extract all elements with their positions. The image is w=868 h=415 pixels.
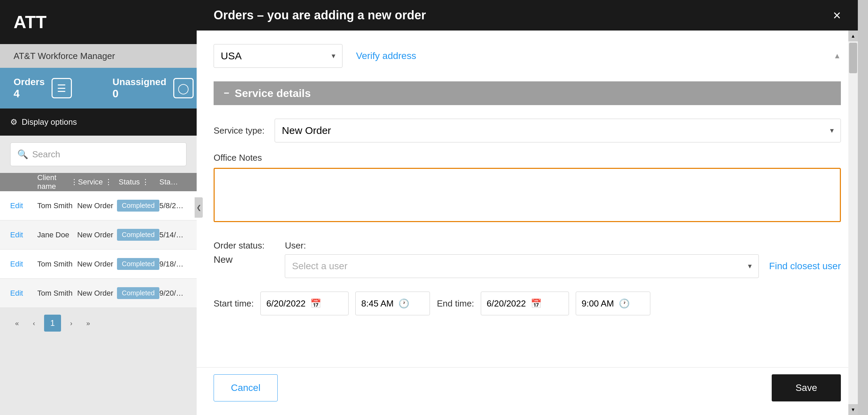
stats-bar: Orders 4 ☰ Unassigned 0 ◯ <box>0 68 197 108</box>
edit-link-1[interactable]: Edit <box>10 201 37 210</box>
last-page-button[interactable]: » <box>81 316 95 330</box>
end-time-value: 9:00 AM <box>581 298 614 309</box>
date-4: 9/20/… <box>159 289 186 298</box>
orders-label: Orders <box>14 77 45 87</box>
start-date-value: 6/20/2022 <box>266 298 305 309</box>
app-subtitle: AT&T Workforce Manager <box>0 44 197 68</box>
search-input[interactable]: 🔍 Search <box>10 142 186 166</box>
status-badge-1: Completed <box>117 200 159 212</box>
start-time-value: 8:45 AM <box>361 298 393 309</box>
start-time-clock-icon: 🕐 <box>398 298 409 309</box>
user-section: User: Select a user ▾ Find closest user <box>285 240 841 278</box>
col-status-sort-icon: ⋮ <box>142 178 149 186</box>
unassigned-value: 0 <box>113 87 166 100</box>
client-name-4: Tom Smith <box>37 289 77 298</box>
start-time-label: Start time: <box>214 298 254 309</box>
edit-link-2[interactable]: Edit <box>10 231 37 239</box>
user-select[interactable]: Select a user ▾ <box>285 254 759 278</box>
user-label: User: <box>285 240 841 251</box>
start-time-input[interactable]: 8:45 AM 🕐 <box>355 292 430 315</box>
app-header: ATT <box>0 0 197 44</box>
table-row: Edit Tom Smith New Order Completed 9/18/… <box>0 250 197 279</box>
next-page-button[interactable]: › <box>64 316 78 330</box>
client-name-2: Jane Doe <box>37 231 77 239</box>
modal-scrollbar[interactable]: ▲ ▼ <box>848 31 858 415</box>
end-time-input[interactable]: 9:00 AM 🕐 <box>576 292 650 315</box>
service-type-value: New Order <box>282 125 331 136</box>
service-3: New Order <box>77 260 117 269</box>
scroll-thumb[interactable] <box>849 43 857 73</box>
modal-body: USA ▾ Verify address ▲ − Service details… <box>197 31 858 367</box>
status-badge-2: Completed <box>117 229 159 241</box>
find-closest-user-link[interactable]: Find closest user <box>769 261 841 272</box>
unassigned-label: Unassigned <box>113 77 166 87</box>
table-row: Edit Jane Doe New Order Completed 5/14/… <box>0 220 197 250</box>
office-notes-label: Office Notes <box>214 153 841 163</box>
orders-value: 4 <box>14 87 45 100</box>
cancel-button[interactable]: Cancel <box>214 374 278 401</box>
end-date-calendar-icon: 📅 <box>531 298 541 309</box>
modal-footer: Cancel Save <box>197 367 858 415</box>
orders-stat: Orders 4 ☰ <box>14 77 72 100</box>
status-user-row: Order status: New User: Select a user ▾ … <box>214 240 841 278</box>
scroll-up-arrow[interactable]: ▲ <box>848 31 858 41</box>
country-value: USA <box>221 50 242 62</box>
edit-link-3[interactable]: Edit <box>10 260 37 269</box>
service-details-section-header: − Service details <box>214 81 841 105</box>
country-select[interactable]: USA ▾ <box>214 44 342 68</box>
start-date-input[interactable]: 6/20/2022 📅 <box>260 292 349 315</box>
display-options-label: Display options <box>22 117 77 127</box>
unassigned-stat: Unassigned 0 ◯ <box>113 77 194 100</box>
modal-close-button[interactable]: × <box>833 8 841 22</box>
service-2: New Order <box>77 231 117 239</box>
display-options-button[interactable]: ⚙ Display options <box>10 117 77 127</box>
scroll-down-arrow[interactable]: ▼ <box>848 404 858 415</box>
status-badge-3: Completed <box>117 258 159 270</box>
modal-dialog: Orders – you are adding a new order × US… <box>197 0 858 415</box>
end-date-value: 6/20/2022 <box>487 298 526 309</box>
office-notes-section: Office Notes <box>214 153 841 240</box>
modal-title: Orders – you are adding a new order <box>214 8 426 22</box>
app-background: ATT AT&T Workforce Manager Orders 4 ☰ Un… <box>0 0 197 415</box>
section-title-text: Service details <box>235 87 311 100</box>
table-row: Edit Tom Smith New Order Completed 5/8/2… <box>0 191 197 220</box>
gear-icon: ⚙ <box>10 117 18 127</box>
display-options-bar[interactable]: ⚙ Display options <box>0 108 197 136</box>
country-row: USA ▾ Verify address ▲ <box>214 44 841 68</box>
prev-page-button[interactable]: ‹ <box>27 316 41 330</box>
order-status-value: New <box>214 254 264 265</box>
search-placeholder: Search <box>32 149 60 160</box>
orders-icon: ☰ <box>52 78 72 98</box>
client-name-1: Tom Smith <box>37 201 77 210</box>
edit-link-4[interactable]: Edit <box>10 289 37 298</box>
time-row: Start time: 6/20/2022 📅 8:45 AM 🕐 End ti… <box>214 292 841 315</box>
section-collapse-icon[interactable]: − <box>224 88 229 99</box>
col-service-sort-icon: ⋮ <box>105 178 112 186</box>
user-chevron-icon: ▾ <box>748 262 752 271</box>
client-name-3: Tom Smith <box>37 260 77 269</box>
date-2: 5/14/… <box>159 231 186 239</box>
service-type-label: Service type: <box>214 125 264 136</box>
user-select-placeholder: Select a user <box>292 261 347 272</box>
end-date-input[interactable]: 6/20/2022 📅 <box>481 292 569 315</box>
service-1: New Order <box>77 201 117 210</box>
verify-address-link[interactable]: Verify address <box>356 51 416 61</box>
scroll-up-button[interactable]: ▲ <box>833 52 841 60</box>
col-status: Status ⋮ <box>119 178 159 186</box>
col-date: Sta… <box>159 178 186 186</box>
unassigned-icon: ◯ <box>173 78 194 98</box>
office-notes-input[interactable] <box>214 168 841 222</box>
end-time-label: End time: <box>437 298 474 309</box>
start-date-calendar-icon: 📅 <box>310 298 321 309</box>
date-3: 9/18/… <box>159 260 186 269</box>
order-status-section: Order status: New <box>214 240 264 265</box>
pagination: « ‹ 1 › » <box>0 308 197 338</box>
panel-collapse-button[interactable]: ❮ <box>195 197 203 218</box>
save-button[interactable]: Save <box>772 374 841 401</box>
service-type-chevron-icon: ▾ <box>830 126 834 135</box>
current-page[interactable]: 1 <box>44 315 61 332</box>
first-page-button[interactable]: « <box>10 316 24 330</box>
service-4: New Order <box>77 289 117 298</box>
col-client-sort-icon: ⋮ <box>71 178 78 186</box>
service-type-select[interactable]: New Order ▾ <box>275 119 841 142</box>
